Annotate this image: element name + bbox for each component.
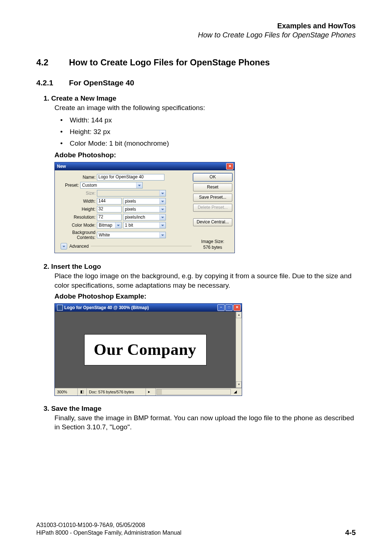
horizontal-scrollbar[interactable]	[156, 389, 231, 395]
resize-grip-icon[interactable]: ◢	[232, 388, 242, 396]
name-input[interactable]: Logo for OpenStage 40	[97, 174, 164, 181]
scrollbar-thumb[interactable]	[157, 389, 162, 394]
chevron-down-icon	[159, 232, 166, 238]
close-icon[interactable]: ✕	[226, 163, 233, 170]
chevron-down-icon	[159, 214, 166, 220]
colordepth-select[interactable]: 1 bit	[123, 222, 166, 228]
logo-canvas: Our Company	[85, 335, 206, 365]
header-subtitle: How to Create Logo Files for OpenStage P…	[36, 31, 356, 39]
photoshop-new-dialog: New ✕ Name: Logo for OpenStage 40 Preset…	[54, 162, 235, 254]
preset-value: Custom	[82, 183, 97, 188]
size-label: Size:	[57, 191, 97, 196]
footer-line-2: HiPath 8000 - OpenStage Family, Administ…	[36, 529, 181, 537]
section-title: How to Create Logo Files for OpenStage P…	[69, 57, 270, 68]
height-unit-select[interactable]: pixels	[123, 206, 166, 212]
header-title: Examples and HowTos	[36, 22, 356, 30]
section-heading: 4.2 How to Create Logo Files for OpenSta…	[36, 57, 356, 68]
maximize-icon[interactable]: □	[225, 304, 233, 311]
colordepth-value: 1 bit	[125, 223, 133, 228]
preset-select[interactable]: Custom	[80, 182, 143, 189]
canvas-title: Logo for OpenStage 40 @ 300% (Bitmap)	[64, 305, 149, 310]
chevron-down-icon	[159, 198, 166, 204]
canvas-titlebar[interactable]: Logo for OpenStage 40 @ 300% (Bitmap) – …	[55, 304, 242, 312]
scroll-up-icon[interactable]: ▴	[236, 312, 242, 318]
photoshop-canvas-window: Logo for OpenStage 40 @ 300% (Bitmap) – …	[54, 303, 242, 396]
bgcontents-value: White	[99, 232, 110, 238]
width-label: Width:	[57, 199, 97, 204]
image-size-info: Image Size: 576 bytes	[193, 239, 232, 251]
menu-caret-icon[interactable]: ▸	[146, 388, 156, 396]
chevron-down-icon	[159, 206, 166, 212]
subsection-title: For OpenStage 40	[69, 78, 134, 87]
width-input[interactable]: 144	[97, 198, 122, 204]
image-size-label: Image Size:	[193, 239, 232, 245]
minimize-icon[interactable]: –	[217, 304, 225, 311]
width-unit-select[interactable]: pixels	[123, 198, 166, 204]
app-icon	[57, 305, 63, 311]
step-1-label: 1. Create a New Image	[44, 94, 117, 102]
spec-item: Width: 144 px	[60, 116, 356, 124]
preset-label: Preset:	[57, 183, 80, 188]
footer-line-1: A31003-O1010-M100-9-76A9, 05/05/2008	[36, 521, 181, 529]
colormode-select[interactable]: Bitmap	[97, 222, 122, 228]
step-1: 1. Create a New Image Create an image wi…	[44, 94, 356, 253]
step-3-label: 3. Save the Image	[44, 405, 101, 412]
bgcontents-label: Background Contents:	[57, 230, 97, 240]
page: Examples and HowTos How to Create Logo F…	[0, 0, 392, 555]
spec-item: Color Mode: 1 bit (monochrome)	[60, 139, 356, 147]
advanced-toggle[interactable]: Advanced	[61, 243, 192, 250]
step-2: 2. Insert the Logo Place the logo image …	[44, 263, 356, 396]
step-2-sublabel: Adobe Photoshop Example:	[54, 292, 356, 300]
logo-text: Our Company	[94, 340, 197, 359]
step-3-body: Finally, save the image in BMP format. Y…	[54, 413, 356, 432]
bgcontents-select[interactable]: White	[97, 232, 166, 238]
ok-button[interactable]: OK	[193, 173, 232, 181]
close-icon[interactable]: ✕	[233, 304, 241, 311]
divider	[91, 246, 192, 246]
chevron-down-icon	[136, 182, 142, 188]
height-label: Height:	[57, 207, 97, 212]
chevron-down-icon	[61, 243, 67, 250]
vertical-scrollbar[interactable]: ▴ ▾	[236, 312, 242, 388]
spec-list: Width: 144 px Height: 32 px Color Mode: …	[44, 116, 356, 147]
page-number: 4-5	[345, 528, 356, 537]
resolution-unit-value: pixels/inch	[125, 215, 145, 220]
scroll-down-icon[interactable]: ▾	[236, 381, 242, 388]
step-1-sublabel: Adobe Photoshop:	[54, 151, 356, 159]
width-unit-value: pixels	[125, 199, 136, 204]
name-label: Name:	[57, 175, 97, 180]
size-select	[97, 190, 166, 197]
running-header: Examples and HowTos How to Create Logo F…	[36, 22, 356, 39]
spec-item: Height: 32 px	[60, 128, 356, 136]
resolution-unit-select[interactable]: pixels/inch	[123, 214, 166, 220]
dialog-titlebar[interactable]: New ✕	[55, 162, 234, 170]
delete-preset-button: Delete Preset...	[193, 204, 232, 212]
dialog-title: New	[57, 164, 66, 169]
step-1-intro: Create an image with the following speci…	[54, 103, 356, 113]
subsection-number: 4.2.1	[36, 78, 69, 87]
step-2-label: 2. Insert the Logo	[44, 263, 101, 270]
section-number: 4.2	[36, 57, 69, 68]
status-bar: 300% ◧ Doc: 576 bytes/576 bytes ▸ ◢	[55, 388, 242, 396]
subsection-heading: 4.2.1 For OpenStage 40	[36, 78, 356, 87]
save-preset-button[interactable]: Save Preset...	[193, 194, 232, 202]
resolution-input[interactable]: 72	[97, 214, 122, 220]
device-central-button[interactable]: Device Central...	[193, 218, 232, 226]
info-icon[interactable]: ◧	[78, 388, 87, 396]
step-2-body: Place the logo image on the background, …	[54, 271, 356, 290]
step-3: 3. Save the Image Finally, save the imag…	[44, 405, 356, 432]
reset-button[interactable]: Reset	[193, 183, 232, 191]
canvas-background[interactable]: Our Company	[55, 312, 236, 388]
height-input[interactable]: 32	[97, 206, 122, 212]
page-footer: A31003-O1010-M100-9-76A9, 05/05/2008 HiP…	[36, 521, 356, 537]
resolution-label: Resolution:	[57, 215, 97, 220]
doc-size: Doc: 576 bytes/576 bytes	[87, 388, 146, 396]
chevron-down-icon	[159, 190, 166, 196]
footer-left: A31003-O1010-M100-9-76A9, 05/05/2008 HiP…	[36, 521, 181, 537]
chevron-down-icon	[115, 222, 121, 228]
height-unit-value: pixels	[125, 207, 136, 212]
image-size-value: 576 bytes	[193, 244, 232, 251]
chevron-down-icon	[159, 222, 166, 228]
zoom-level[interactable]: 300%	[55, 388, 78, 396]
advanced-label: Advanced	[69, 244, 89, 249]
